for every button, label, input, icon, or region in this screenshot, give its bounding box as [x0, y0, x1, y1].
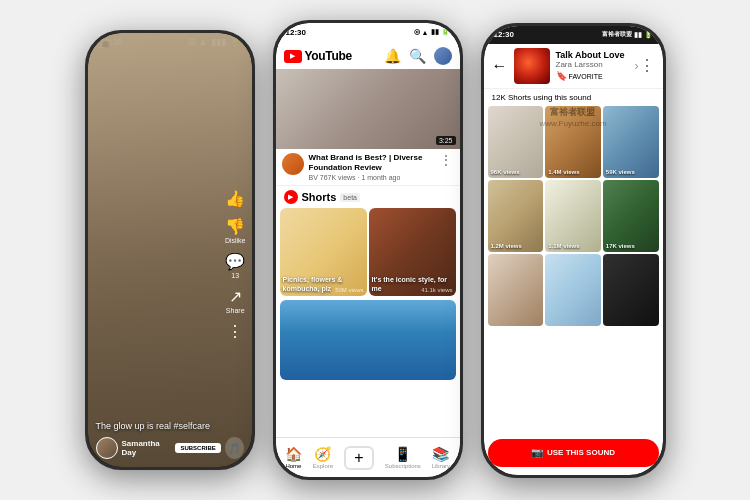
status-bar-3: 12:30 富裕者联盟 ▮▮ 🔋: [484, 26, 663, 44]
status-time-2: 12:30: [286, 28, 306, 37]
shorts-username: Samantha Day: [122, 439, 169, 457]
heart-icon: 🔖: [556, 71, 567, 81]
shorts-section-label: Shorts: [302, 191, 337, 203]
nav-home[interactable]: 🏠 Home: [285, 446, 302, 469]
sound-favorite[interactable]: 🔖 FAVORITE: [556, 71, 635, 81]
favorite-label: FAVORITE: [569, 73, 603, 80]
home-icon: 🏠: [285, 446, 302, 462]
use-sound-button[interactable]: 📷 USE THIS SOUND: [488, 439, 659, 467]
sound-grid-item-5[interactable]: 1.1M views: [545, 180, 601, 252]
youtube-header-icons: 🔔 🔍: [384, 47, 452, 65]
sound-grid-item-3[interactable]: 59K views: [603, 106, 659, 178]
library-icon: 📚: [432, 446, 449, 462]
nav-explore[interactable]: 🧭 Explore: [313, 446, 333, 469]
grid-views-4: 1.2M views: [491, 243, 522, 249]
sound-grid-item-9[interactable]: [603, 254, 659, 326]
sound-grid-item-6[interactable]: 17K views: [603, 180, 659, 252]
share-action[interactable]: ↗ Share: [226, 287, 245, 314]
nav-explore-label: Explore: [313, 463, 333, 469]
sound-grid-item-4[interactable]: 1.2M views: [488, 180, 544, 252]
dislike-icon: 👎: [225, 217, 245, 236]
user-avatar-2[interactable]: [434, 47, 452, 65]
sound-header: ← Talk About Love Zara Larsson 🔖 FAVORIT…: [484, 44, 663, 89]
youtube-icon: ▶: [284, 50, 302, 63]
pool-image: [280, 300, 456, 380]
shorts-actions: 👍 👎 Dislike 💬 13 ↗ Share ⋮: [225, 189, 246, 342]
more-action[interactable]: ⋮: [227, 322, 243, 342]
nav-subscriptions[interactable]: 📱 Subscriptions: [385, 446, 421, 469]
subscribe-button[interactable]: SUBSCRIBE: [175, 443, 220, 453]
notifications-icon[interactable]: 🔔: [384, 48, 401, 64]
subscriptions-icon: 📱: [394, 446, 411, 462]
camera-record-icon: 📷: [531, 447, 543, 458]
youtube-nav-bar: 🏠 Home 🧭 Explore + 📱 Subscriptions 📚 Lib…: [276, 437, 460, 477]
grid-views-1: 96K views: [491, 169, 520, 175]
channel-avatar: [282, 153, 304, 175]
youtube-logo: ▶ YouTube: [284, 49, 352, 63]
beta-badge: beta: [340, 193, 360, 202]
comment-icon: 💬: [225, 252, 245, 271]
shorts-views-2: 41.1k views: [421, 287, 452, 293]
shorts-item-1[interactable]: Picnics, flowers & kombucha, plz 50M vie…: [280, 208, 367, 296]
share-label: Share: [226, 307, 245, 314]
youtube-app-name: YouTube: [305, 49, 352, 63]
shorts-bottom-info: The glow up is real #selfcare Samantha D…: [96, 421, 244, 459]
video-thumbnail[interactable]: 3:25: [276, 69, 460, 149]
sound-grid-item-8[interactable]: [545, 254, 601, 326]
phone-2-youtube: 12:30 ◎ ▲ ▮▮ 🔋 ▶ YouTube 🔔 🔍 3:25: [273, 20, 463, 480]
status-time-3: 12:30: [494, 30, 514, 39]
comment-count: 13: [231, 272, 239, 279]
status-icons-2: ◎ ▲ ▮▮ 🔋: [414, 28, 450, 36]
grid-views-5: 1.1M views: [548, 243, 579, 249]
shorts-section-header: ▶ Shorts beta: [276, 185, 460, 208]
sound-count: 12K Shorts using this sound: [484, 89, 663, 106]
explore-icon: 🧭: [314, 446, 331, 462]
video-more-icon[interactable]: ⋮: [438, 153, 454, 167]
sound-grid-item-1[interactable]: 96K views: [488, 106, 544, 178]
phone-3-sound: 12:30 富裕者联盟 ▮▮ 🔋 富裕者联盟 www.Fuyuzhe.com ←…: [481, 23, 666, 478]
nav-home-label: Home: [285, 463, 301, 469]
sound-thumbnail: [514, 48, 550, 84]
grid-views-6: 17K views: [606, 243, 635, 249]
nav-library[interactable]: 📚 Library: [432, 446, 450, 469]
status-icons-3: 富裕者联盟 ▮▮ 🔋: [602, 30, 653, 39]
shorts-grid: Picnics, flowers & kombucha, plz 50M vie…: [276, 208, 460, 298]
video-details: What Brand is Best? | Diverse Foundation…: [309, 153, 433, 181]
shorts-views-1: 50M views: [335, 287, 363, 293]
like-action[interactable]: 👍: [225, 189, 245, 209]
like-icon: 👍: [225, 189, 245, 208]
wide-short-thumb[interactable]: [280, 300, 456, 380]
shorts-item-2[interactable]: It's the iconic style, for me 41.1k view…: [369, 208, 456, 296]
sound-title: Talk About Love: [556, 50, 635, 60]
video-meta: BV 767K views · 1 month ago: [309, 174, 433, 181]
sound-grid-item-7[interactable]: [488, 254, 544, 326]
nav-create-button[interactable]: +: [344, 446, 374, 470]
use-sound-label: USE THIS SOUND: [547, 448, 615, 457]
search-icon[interactable]: 🔍: [409, 48, 426, 64]
sound-artist: Zara Larsson: [556, 60, 635, 69]
video-duration: 3:25: [436, 136, 456, 145]
comment-action[interactable]: 💬 13: [225, 252, 245, 279]
video-stats: 767K views · 1 month ago: [320, 174, 401, 181]
more-icon: ⋮: [227, 322, 243, 341]
user-avatar-1: [96, 437, 118, 459]
shorts-caption: The glow up is real #selfcare: [96, 421, 244, 431]
sound-back-button[interactable]: ←: [492, 57, 508, 75]
music-button[interactable]: 🎵: [225, 437, 244, 459]
status-bar-2: 12:30 ◎ ▲ ▮▮ 🔋: [276, 23, 460, 41]
grid-views-3: 59K views: [606, 169, 635, 175]
channel-name: BV: [309, 174, 318, 181]
youtube-header: ▶ YouTube 🔔 🔍: [276, 41, 460, 69]
video-info: What Brand is Best? | Diverse Foundation…: [276, 149, 460, 185]
shorts-logo-icon: ▶: [284, 190, 298, 204]
dislike-action[interactable]: 👎 Dislike: [225, 217, 246, 244]
video-title: What Brand is Best? | Diverse Foundation…: [309, 153, 433, 172]
sound-grid-item-2[interactable]: 1.4M views: [545, 106, 601, 178]
nav-subs-label: Subscriptions: [385, 463, 421, 469]
sound-more-icon[interactable]: ⋮: [639, 56, 655, 75]
shorts-background: 12:30 ◎ ▲ ▮▮▮ 🔋 ← 👍: [88, 33, 252, 467]
dislike-label: Dislike: [225, 237, 246, 244]
nav-library-label: Library: [432, 463, 450, 469]
sound-grid: 96K views 1.4M views 59K views 1.2M view…: [484, 106, 663, 330]
shorts-user-row: Samantha Day SUBSCRIBE 🎵: [96, 437, 244, 459]
